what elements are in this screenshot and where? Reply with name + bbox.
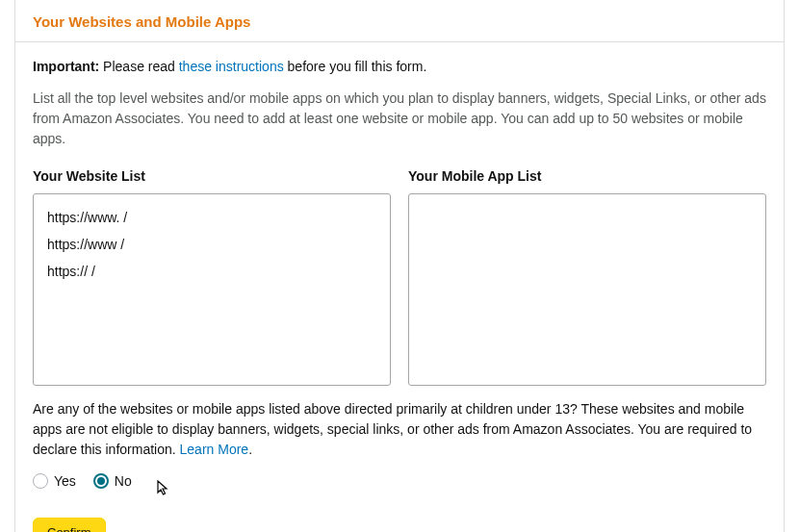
radio-icon	[33, 473, 48, 489]
lists-row: Your Website List https://www. / https:/…	[33, 168, 766, 386]
description-text: List all the top level websites and/or m…	[33, 89, 766, 149]
radio-group: Yes No	[33, 473, 766, 489]
question-period: .	[248, 442, 252, 457]
important-label: Important:	[33, 59, 99, 74]
intro-text: Important: Please read these instruction…	[33, 58, 766, 77]
mobile-list-label: Your Mobile App List	[408, 168, 766, 184]
radio-yes[interactable]: Yes	[33, 473, 76, 489]
mobile-column: Your Mobile App List	[408, 168, 766, 386]
radio-no-label: No	[115, 473, 132, 489]
list-item[interactable]: https://www /	[47, 231, 376, 258]
radio-dot-icon	[97, 477, 105, 485]
intro-after: before you fill this form.	[284, 59, 427, 74]
website-column: Your Website List https://www. / https:/…	[33, 168, 391, 386]
intro-before: Please read	[99, 59, 179, 74]
learn-more-link[interactable]: Learn More	[180, 442, 249, 457]
question-text: Are any of the websites or mobile apps l…	[33, 399, 766, 460]
radio-yes-label: Yes	[54, 473, 76, 489]
mobile-list-box[interactable]	[408, 193, 766, 386]
list-item[interactable]: https://www. /	[47, 204, 376, 231]
confirm-button[interactable]: Confirm	[33, 518, 106, 532]
website-list-box[interactable]: https://www. / https://www / https:// /	[33, 193, 391, 386]
panel-content: Important: Please read these instruction…	[15, 42, 784, 532]
website-list-label: Your Website List	[33, 168, 391, 184]
panel-header: Your Websites and Mobile Apps	[15, 0, 784, 42]
instructions-link[interactable]: these instructions	[179, 59, 284, 74]
page-title: Your Websites and Mobile Apps	[33, 13, 766, 30]
list-item[interactable]: https:// /	[47, 258, 376, 285]
question-body: Are any of the websites or mobile apps l…	[33, 401, 752, 457]
radio-no[interactable]: No	[93, 473, 132, 489]
form-panel: Your Websites and Mobile Apps Important:…	[14, 0, 785, 532]
radio-icon	[93, 473, 109, 489]
